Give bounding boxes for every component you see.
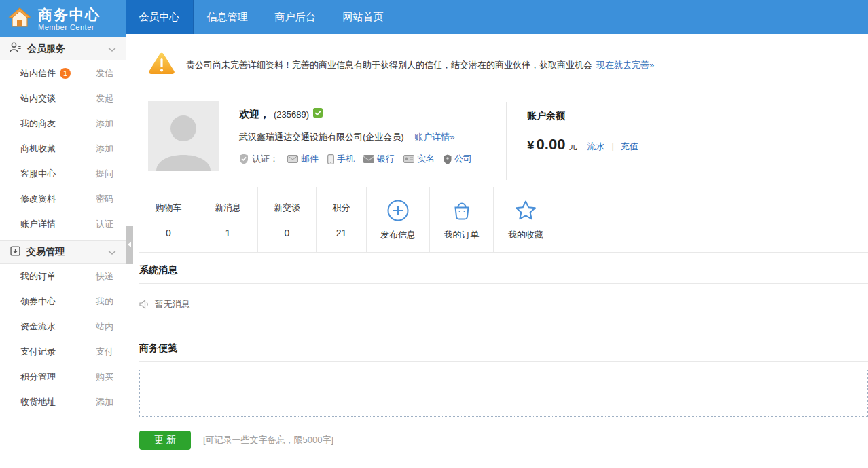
company-name: 武汉鑫瑞通达交通设施有限公司(企业会员) bbox=[239, 132, 404, 142]
sidebar-action-change-password[interactable]: 密码 bbox=[96, 193, 113, 205]
stat-new-messages[interactable]: 新消息 1 bbox=[198, 187, 258, 252]
balance-amount: 0.00 bbox=[537, 136, 566, 154]
home-icon bbox=[8, 7, 31, 31]
profile-section: 欢迎， (235689) 武汉鑫瑞通达交通设施有限公司(企业会员) 账户详情» bbox=[139, 90, 868, 187]
points-count: 21 bbox=[336, 228, 347, 238]
tab-info-management[interactable]: 信息管理 bbox=[194, 0, 261, 34]
sidebar-action-certify[interactable]: 认证 bbox=[96, 218, 113, 230]
sidebar-item-label[interactable]: 领券中心 bbox=[20, 295, 56, 308]
sidebar-item-label[interactable]: 收货地址 bbox=[20, 396, 56, 408]
member-id: (235689) bbox=[274, 109, 309, 120]
notes-textarea[interactable] bbox=[139, 370, 868, 417]
cert-realname-link[interactable]: 实名 bbox=[403, 153, 435, 165]
stat-points[interactable]: 积分 21 bbox=[317, 187, 367, 252]
sidebar-item-customer-service: 客服中心 提问 bbox=[0, 161, 126, 186]
balance-title: 账户余额 bbox=[527, 110, 638, 122]
sidebar-item-account-details: 账户详情 认证 bbox=[0, 211, 126, 236]
content: 贵公司尚未完善详细资料！完善的商业信息有助于获得别人的信任，结交潜在的商业伙伴，… bbox=[139, 34, 868, 468]
archive-box-icon bbox=[10, 245, 21, 259]
sidebar-collapse-handle[interactable] bbox=[126, 226, 133, 264]
sidebar-item-inbox: 站内信件 1 发信 bbox=[0, 60, 126, 86]
warning-icon bbox=[148, 52, 175, 78]
sidebar-item-label[interactable]: 客服中心 bbox=[20, 168, 56, 180]
stat-cart[interactable]: 购物车 0 bbox=[139, 187, 198, 252]
account-details-link[interactable]: 账户详情» bbox=[414, 132, 454, 142]
sidebar-item-shipping-address: 收货地址 添加 bbox=[0, 389, 126, 414]
sidebar-item-fund-flow: 资金流水 站内 bbox=[0, 314, 126, 339]
cert-phone-link[interactable]: 手机 bbox=[327, 153, 355, 165]
verified-check-icon bbox=[313, 108, 323, 120]
sidebar-item-my-orders: 我的订单 快递 bbox=[0, 264, 126, 289]
balance-section: 账户余额 ¥ 0.00 元 流水 | 充值 bbox=[507, 101, 638, 187]
sidebar-action-add-address[interactable]: 添加 bbox=[96, 396, 113, 408]
sidebar-item-label[interactable]: 站内信件 1 bbox=[20, 67, 71, 79]
avatar bbox=[148, 101, 219, 171]
complete-now-link[interactable]: 现在就去完善» bbox=[596, 59, 654, 71]
recharge-link[interactable]: 充值 bbox=[621, 141, 638, 153]
sidebar-action-send-mail[interactable]: 发信 bbox=[96, 67, 113, 79]
sidebar-item-label[interactable]: 我的商友 bbox=[20, 118, 56, 130]
fund-flow-link[interactable]: 流水 bbox=[587, 141, 604, 153]
sidebar-action-add-favorite[interactable]: 添加 bbox=[96, 143, 113, 155]
section-title: 会员服务 bbox=[27, 43, 65, 55]
sidebar-item-label[interactable]: 站内交谈 bbox=[20, 92, 56, 105]
my-orders-button[interactable]: 我的订单 bbox=[430, 187, 494, 252]
my-favorites-button[interactable]: 我的收藏 bbox=[494, 187, 558, 252]
stat-new-chats[interactable]: 新交谈 0 bbox=[258, 187, 317, 252]
sidebar-item-label[interactable]: 修改资料 bbox=[20, 193, 56, 205]
publish-info-button[interactable]: 发布信息 bbox=[367, 187, 430, 252]
sidebar-action-add-contact[interactable]: 添加 bbox=[96, 118, 113, 130]
system-messages-title: 系统消息 bbox=[139, 253, 868, 284]
empty-messages: 暂无消息 bbox=[139, 284, 868, 331]
cert-bank-link[interactable]: 银行 bbox=[363, 153, 395, 165]
top-nav: 会员中心 信息管理 商户后台 网站首页 bbox=[126, 0, 868, 34]
sidebar-item-coupon-center: 领券中心 我的 bbox=[0, 289, 126, 314]
sidebar-item-label[interactable]: 我的订单 bbox=[20, 270, 56, 283]
sidebar-item-points-management: 积分管理 购买 bbox=[0, 364, 126, 389]
sidebar-item-label[interactable]: 支付记录 bbox=[20, 346, 56, 358]
sidebar-action-buy[interactable]: 购买 bbox=[96, 371, 113, 383]
company-badge-icon bbox=[444, 154, 452, 164]
cert-label: 认证： bbox=[252, 153, 278, 165]
sidebar-action-onsite[interactable]: 站内 bbox=[96, 321, 113, 333]
shopping-bag-icon bbox=[450, 199, 473, 225]
profile-completion-banner: 贵公司尚未完善详细资料！完善的商业信息有助于获得别人的信任，结交潜在的商业伙伴，… bbox=[139, 34, 868, 90]
sidebar-action-ask-question[interactable]: 提问 bbox=[96, 168, 113, 180]
sidebar-item-label[interactable]: 积分管理 bbox=[20, 371, 56, 383]
balance-unit: 元 bbox=[568, 141, 577, 153]
section-title: 交易管理 bbox=[26, 246, 65, 258]
bank-card-icon bbox=[363, 155, 374, 163]
sidebar-item-contacts: 我的商友 添加 bbox=[0, 111, 126, 136]
id-card-icon bbox=[403, 155, 414, 163]
sidebar-item-label[interactable]: 资金流水 bbox=[20, 321, 56, 333]
sidebar-item-label[interactable]: 账户详情 bbox=[20, 218, 56, 230]
sidebar-section-member-services[interactable]: 会员服务 bbox=[0, 37, 126, 60]
sidebar-action-pay[interactable]: 支付 bbox=[96, 346, 113, 358]
circle-plus-icon bbox=[386, 199, 410, 225]
cart-count: 0 bbox=[166, 228, 171, 238]
person-icon bbox=[10, 41, 22, 56]
tab-site-home[interactable]: 网站首页 bbox=[329, 0, 397, 34]
currency-symbol: ¥ bbox=[527, 138, 535, 153]
tab-member-center[interactable]: 会员中心 bbox=[126, 0, 194, 34]
sidebar-action-start-chat[interactable]: 发起 bbox=[96, 92, 113, 105]
sidebar-item-opportunity-favorites: 商机收藏 添加 bbox=[0, 136, 126, 161]
cert-company-link[interactable]: 公司 bbox=[444, 153, 472, 165]
tab-merchant-backend[interactable]: 商户后台 bbox=[261, 0, 329, 34]
sidebar-action-express[interactable]: 快递 bbox=[96, 270, 113, 283]
chevron-down-icon bbox=[108, 246, 116, 258]
notes-footer: 更 新 [可记录一些文字备忘，限5000字] bbox=[139, 431, 868, 450]
welcome-text: 欢迎， bbox=[239, 108, 270, 121]
stats-row: 购物车 0 新消息 1 新交谈 0 积分 21 发布信 bbox=[139, 187, 868, 253]
sidebar-section-trade-management[interactable]: 交易管理 bbox=[0, 240, 126, 264]
logo[interactable]: 商务中心 Member Center bbox=[0, 0, 126, 37]
stats-row-spacer bbox=[558, 187, 868, 252]
link-separator: | bbox=[611, 141, 613, 151]
update-button[interactable]: 更 新 bbox=[139, 431, 191, 450]
sidebar-item-payment-records: 支付记录 支付 bbox=[0, 339, 126, 364]
sidebar-action-my-coupons[interactable]: 我的 bbox=[96, 295, 113, 308]
unread-badge: 1 bbox=[60, 68, 71, 79]
logo-subtitle: Member Center bbox=[38, 23, 101, 31]
sidebar-item-label[interactable]: 商机收藏 bbox=[20, 143, 56, 155]
cert-mail-link[interactable]: 邮件 bbox=[287, 153, 319, 165]
